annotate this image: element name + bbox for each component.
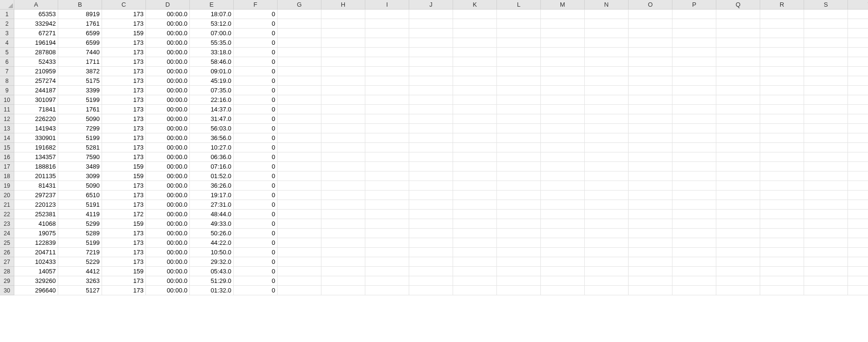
row-header-16[interactable]: 16 [0,152,14,162]
cell-F2[interactable]: 0 [234,19,278,29]
cell-S11[interactable] [804,105,848,114]
cell-O9[interactable] [629,86,672,95]
cell-M2[interactable] [541,19,585,29]
row-header-21[interactable]: 21 [0,200,14,210]
cell-A26[interactable]: 204711 [14,248,58,257]
cell-C27[interactable]: 173 [102,257,146,267]
cell-C21[interactable]: 173 [102,200,146,210]
cell-T4[interactable] [848,38,868,48]
cell-M26[interactable] [541,248,585,257]
cell-I6[interactable] [365,57,409,67]
cell-T1[interactable] [848,10,868,19]
cell-F11[interactable]: 0 [234,105,278,114]
cell-M16[interactable] [541,152,585,162]
cell-D28[interactable]: 00:00.0 [146,267,190,276]
cell-H5[interactable] [321,48,365,57]
cell-L11[interactable] [497,105,541,114]
cell-J1[interactable] [409,10,453,19]
column-header-O[interactable]: O [629,0,672,10]
cell-B25[interactable]: 5199 [58,238,102,248]
cell-L5[interactable] [497,48,541,57]
column-header-T[interactable]: T [848,0,868,10]
cell-J15[interactable] [409,143,453,152]
cell-B4[interactable]: 6599 [58,38,102,48]
row-header-13[interactable]: 13 [0,124,14,133]
cell-H29[interactable] [321,276,365,286]
cell-L24[interactable] [497,229,541,238]
cell-G6[interactable] [278,57,321,67]
cell-C20[interactable]: 173 [102,191,146,200]
cell-F9[interactable]: 0 [234,86,278,95]
column-header-P[interactable]: P [672,0,716,10]
cell-R25[interactable] [760,238,804,248]
cell-E19[interactable]: 36:26.0 [190,181,234,191]
cell-H10[interactable] [321,95,365,105]
cell-E9[interactable]: 07:35.0 [190,86,234,95]
cell-R16[interactable] [760,152,804,162]
cell-I11[interactable] [365,105,409,114]
cell-M20[interactable] [541,191,585,200]
cell-H30[interactable] [321,286,365,295]
cell-O17[interactable] [629,162,672,171]
cell-R29[interactable] [760,276,804,286]
cell-H12[interactable] [321,114,365,124]
cell-J28[interactable] [409,267,453,276]
cell-C29[interactable]: 173 [102,276,146,286]
cell-A15[interactable]: 191682 [14,143,58,152]
cell-C14[interactable]: 173 [102,133,146,143]
cell-D1[interactable]: 00:00.0 [146,10,190,19]
cell-Q23[interactable] [716,219,760,229]
column-header-G[interactable]: G [278,0,321,10]
cell-N29[interactable] [585,276,629,286]
cell-G15[interactable] [278,143,321,152]
cell-N22[interactable] [585,210,629,219]
cell-G20[interactable] [278,191,321,200]
cell-L6[interactable] [497,57,541,67]
cell-O2[interactable] [629,19,672,29]
cell-C4[interactable]: 173 [102,38,146,48]
cell-P18[interactable] [672,171,716,181]
cell-R23[interactable] [760,219,804,229]
cell-E30[interactable]: 01:32.0 [190,286,234,295]
cell-N16[interactable] [585,152,629,162]
cell-K2[interactable] [453,19,497,29]
cell-N28[interactable] [585,267,629,276]
cell-I1[interactable] [365,10,409,19]
cell-F4[interactable]: 0 [234,38,278,48]
cell-T10[interactable] [848,95,868,105]
cell-G10[interactable] [278,95,321,105]
cell-S6[interactable] [804,57,848,67]
cell-B15[interactable]: 5281 [58,143,102,152]
cell-P30[interactable] [672,286,716,295]
cell-H19[interactable] [321,181,365,191]
cell-M6[interactable] [541,57,585,67]
row-header-2[interactable]: 2 [0,19,14,29]
cell-C9[interactable]: 173 [102,86,146,95]
cell-P21[interactable] [672,200,716,210]
cell-I18[interactable] [365,171,409,181]
column-header-M[interactable]: M [541,0,585,10]
cell-I4[interactable] [365,38,409,48]
cell-R28[interactable] [760,267,804,276]
cell-A3[interactable]: 67271 [14,29,58,38]
cell-O12[interactable] [629,114,672,124]
cell-P4[interactable] [672,38,716,48]
cell-L3[interactable] [497,29,541,38]
cell-J16[interactable] [409,152,453,162]
cell-T28[interactable] [848,267,868,276]
cell-H24[interactable] [321,229,365,238]
cell-E17[interactable]: 07:16.0 [190,162,234,171]
cell-F3[interactable]: 0 [234,29,278,38]
cell-O30[interactable] [629,286,672,295]
cell-B18[interactable]: 3099 [58,171,102,181]
row-header-8[interactable]: 8 [0,76,14,86]
cell-M25[interactable] [541,238,585,248]
cell-F14[interactable]: 0 [234,133,278,143]
cell-A30[interactable]: 296640 [14,286,58,295]
cell-J4[interactable] [409,38,453,48]
cell-O7[interactable] [629,67,672,76]
cell-H16[interactable] [321,152,365,162]
cell-M13[interactable] [541,124,585,133]
cell-K1[interactable] [453,10,497,19]
row-header-5[interactable]: 5 [0,48,14,57]
